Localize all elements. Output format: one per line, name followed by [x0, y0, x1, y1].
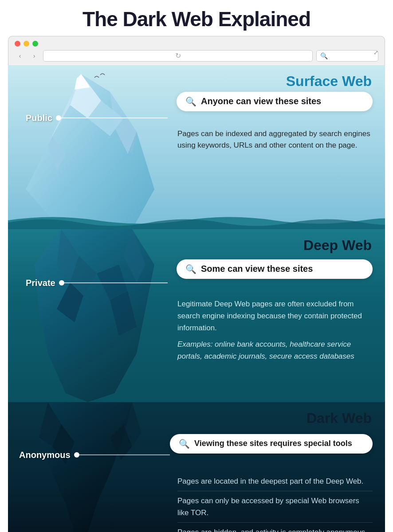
deep-search-box: 🔍 Some can view these sites	[177, 259, 373, 279]
surface-description: Pages can be indexed and aggregated by s…	[177, 128, 373, 152]
search-icon: 🔍	[185, 264, 196, 274]
surface-desc-text: Pages can be indexed and aggregated by s…	[177, 129, 370, 149]
browser-bar: ‹ › ↻ 🔍 ⤢	[15, 50, 378, 62]
private-label-group: Private	[26, 278, 168, 288]
public-label-group: Public	[26, 113, 168, 123]
minimize-dot	[24, 41, 29, 47]
public-dot	[56, 115, 61, 121]
deep-web-label: Deep Web	[303, 237, 372, 254]
deep-section: Private Deep Web 🔍 Some can view these s…	[8, 229, 385, 402]
dark-search-text: Viewing these sites requires special too…	[194, 439, 352, 448]
maximize-dot	[32, 41, 38, 47]
dark-section: Anonymous Dark Web 🔍 Viewing these sites…	[8, 402, 385, 532]
iceberg-below-top	[8, 229, 194, 402]
public-line	[61, 117, 168, 118]
surface-search-text: Anyone can view these sites	[201, 96, 321, 106]
iceberg-below-bottom	[8, 402, 177, 532]
back-button[interactable]: ‹	[15, 51, 25, 61]
search-icon: 🔍	[179, 438, 190, 449]
anon-label-text: Anonymous	[19, 450, 71, 460]
anon-line	[79, 454, 170, 455]
private-line	[64, 282, 168, 283]
deep-examples-text: Examples: online bank accounts, healthca…	[177, 338, 373, 362]
dark-search-box: 🔍 Viewing these sites requires special t…	[170, 434, 373, 454]
forward-button[interactable]: ›	[29, 51, 39, 61]
page-title: The Dark Web Explained	[0, 0, 393, 36]
infographic-container: Public Surface Web 🔍 Anyone can view the…	[8, 65, 385, 532]
public-label-text: Public	[26, 113, 52, 123]
surface-search-box: 🔍 Anyone can view these sites	[177, 92, 373, 111]
dark-description: Pages are located in the deepest part of…	[177, 475, 373, 532]
search-bar[interactable]: 🔍	[316, 50, 378, 62]
iceberg-above	[8, 65, 185, 229]
private-dot	[59, 280, 64, 286]
private-label-text: Private	[26, 278, 55, 288]
dark-desc3: Pages are hidden, and activity is comple…	[177, 526, 373, 532]
deep-description: Legitimate Deep Web pages are often excl…	[177, 298, 373, 363]
close-dot	[15, 41, 20, 47]
dark-desc1: Pages are located in the deepest part of…	[177, 475, 373, 491]
anon-label-group: Anonymous	[19, 450, 170, 460]
anon-dot	[74, 452, 79, 458]
surface-web-label: Surface Web	[286, 73, 372, 90]
surface-section: Public Surface Web 🔍 Anyone can view the…	[8, 65, 385, 229]
search-icon: 🔍	[320, 52, 328, 59]
deep-search-text: Some can view these sites	[201, 264, 313, 274]
browser-chrome: ‹ › ↻ 🔍 ⤢	[8, 36, 385, 65]
dark-desc2: Pages can only be accessed by special We…	[177, 495, 373, 523]
refresh-icon: ↻	[175, 51, 181, 60]
water-surface	[8, 211, 385, 229]
search-icon: 🔍	[185, 96, 196, 107]
dark-web-label: Dark Web	[307, 410, 372, 426]
deep-desc-text: Legitimate Deep Web pages are often excl…	[177, 298, 373, 334]
expand-icon: ⤢	[373, 49, 378, 56]
url-bar[interactable]: ↻	[43, 50, 313, 62]
